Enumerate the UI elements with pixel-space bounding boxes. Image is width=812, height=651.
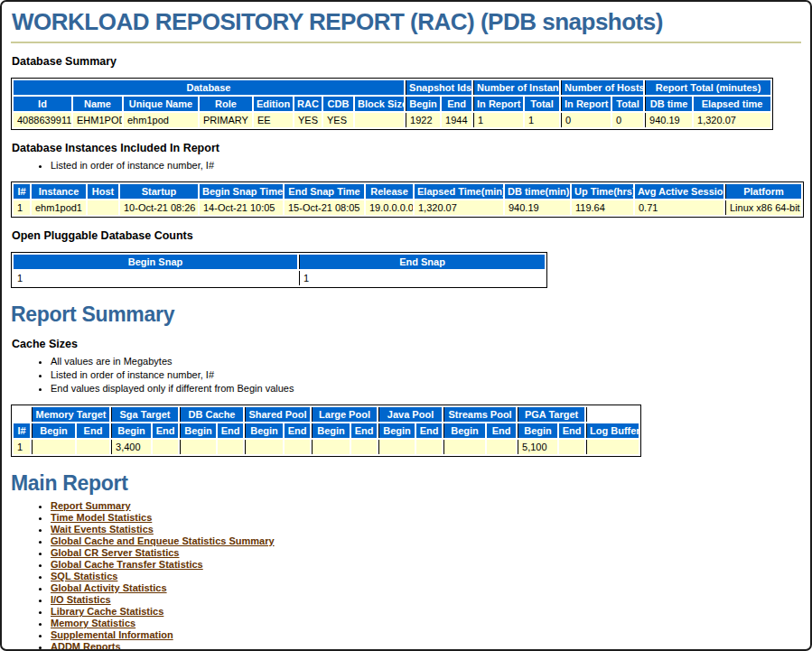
table-cell: [559, 440, 584, 454]
column-header: End: [487, 423, 516, 438]
table-cell: 5,100: [518, 440, 557, 454]
list-item: Global CR Server Statistics: [51, 547, 801, 559]
link-memory-statistics[interactable]: Memory Statistics: [51, 618, 135, 628]
column-header: Release: [366, 184, 413, 199]
link-report-summary[interactable]: Report Summary: [51, 500, 131, 511]
column-header: I#: [14, 184, 30, 199]
column-header-row: Id Name Unique Name Role Edition RAC CDB…: [14, 97, 770, 111]
table-cell: [487, 440, 516, 454]
table-cell: [218, 440, 243, 454]
column-header: Elapsed time: [694, 97, 770, 111]
table-cell: EHM1POD: [73, 113, 122, 127]
heading-pluggable-counts: Open Pluggable Database Counts: [12, 229, 801, 242]
column-header: Host: [88, 184, 118, 199]
table-cell: 0: [561, 113, 611, 127]
link-sql-statistics[interactable]: SQL Statistics: [51, 571, 117, 581]
table-cell: [312, 440, 350, 454]
column-header: End: [77, 423, 109, 438]
group-header-row: Memory Target Sga Target DB Cache Shared…: [14, 407, 639, 422]
column-header: Begin: [312, 423, 350, 438]
notes-list: Listed in order of instance number, I#: [51, 160, 801, 172]
table-row: 1 ehm1pod1 10-Oct-21 08:26 14-Oct-21 10:…: [14, 200, 801, 215]
column-header: Begin: [518, 423, 557, 438]
table-cell: [378, 440, 415, 454]
table-cell: 1: [14, 271, 297, 285]
group-header: Java Pool: [378, 407, 442, 422]
group-header: DB Cache: [180, 407, 243, 422]
link-global-cr-server-statistics[interactable]: Global CR Server Statistics: [51, 547, 179, 558]
group-header-row: Database Snapshot Ids Number of Instance…: [14, 80, 770, 95]
table-cell: 1922: [406, 113, 440, 127]
table-cell: 10-Oct-21 08:26: [120, 200, 198, 215]
link-time-model-statistics[interactable]: Time Model Statistics: [51, 512, 152, 523]
table-cell: [77, 440, 109, 454]
column-header: End: [153, 423, 178, 438]
table-row: 1 3,400 5,100: [14, 440, 639, 454]
group-header: Large Pool: [312, 407, 377, 422]
column-header: Platform: [725, 184, 801, 199]
list-item: Supplemental Information: [51, 629, 801, 641]
column-header: Edition: [254, 97, 293, 111]
link-global-cache-enqueue-summary[interactable]: Global Cache and Enqueue Statistics Summ…: [51, 535, 275, 546]
group-header: Shared Pool: [245, 407, 310, 422]
table-cell: [351, 440, 377, 454]
list-item: Memory Statistics: [51, 618, 801, 629]
link-supplemental-information[interactable]: Supplemental Information: [51, 629, 173, 640]
column-header-row: I# Begin End Begin End Begin End Begin E…: [14, 423, 639, 438]
column-header: Total: [525, 97, 559, 111]
page-title: WORKLOAD REPOSITORY REPORT (RAC) (PDB sn…: [11, 6, 801, 43]
heading-database-instances: Database Instances Included In Report: [12, 142, 801, 154]
table-cell: [180, 440, 216, 454]
list-item: Global Cache Transfer Statistics: [51, 559, 801, 571]
cache-sizes-table: Memory Target Sga Target DB Cache Shared…: [11, 405, 641, 457]
group-header: Number of Hosts: [561, 80, 643, 95]
table-cell: ehm1pod1: [32, 200, 86, 215]
table-cell: 1: [473, 113, 523, 127]
column-header: End: [559, 423, 584, 438]
report-page: WORKLOAD REPOSITORY REPORT (RAC) (PDB sn…: [0, 0, 812, 651]
link-addm-reports[interactable]: ADDM Reports: [51, 641, 121, 651]
link-library-cache-statistics[interactable]: Library Cache Statistics: [51, 606, 163, 617]
table-cell: YES: [323, 113, 353, 127]
column-header: End: [442, 97, 471, 111]
table-cell: 1: [14, 440, 30, 454]
table-cell: [355, 113, 404, 127]
table-cell: PRIMARY: [200, 113, 252, 127]
table-cell: 19.0.0.0.0: [366, 200, 413, 215]
column-header: End: [416, 423, 442, 438]
database-summary-table: Database Snapshot Ids Number of Instance…: [11, 78, 773, 130]
link-global-activity-statistics[interactable]: Global Activity Statistics: [51, 582, 167, 593]
table-cell: ehm1pod: [124, 113, 198, 127]
table-cell: 15-Oct-21 08:05: [285, 200, 364, 215]
table-cell: 4088639911: [14, 113, 71, 127]
table-cell: [153, 440, 178, 454]
column-header: Startup: [120, 184, 198, 199]
column-header: In Report: [473, 97, 523, 111]
column-header: Total: [612, 97, 643, 111]
list-item: Library Cache Statistics: [51, 606, 801, 618]
table-cell: 1,320.07: [415, 200, 503, 215]
link-global-cache-transfer-statistics[interactable]: Global Cache Transfer Statistics: [51, 559, 203, 570]
table-cell: 1944: [442, 113, 471, 127]
link-io-statistics[interactable]: I/O Statistics: [51, 594, 111, 605]
table-cell: [443, 440, 485, 454]
table-cell: 3,400: [111, 440, 151, 454]
column-header-row: I# Instance Host Startup Begin Snap Time…: [14, 184, 801, 199]
corner-spacer: [586, 407, 639, 422]
column-header: End: [218, 423, 243, 438]
list-item: Wait Events Statistics: [51, 524, 801, 535]
column-header: In Report: [561, 97, 611, 111]
table-cell: 1: [299, 271, 545, 285]
table-cell: 940.19: [505, 200, 570, 215]
group-header: PGA Target: [518, 407, 584, 422]
note-item: Listed in order of instance number, I#: [51, 369, 801, 381]
table-cell: 0.71: [635, 200, 723, 215]
main-report-links: Report Summary Time Model Statistics Wai…: [51, 500, 801, 651]
corner-spacer: [14, 407, 30, 422]
column-header: Id: [14, 97, 71, 111]
column-header: Name: [73, 97, 122, 111]
table-cell: 1: [525, 113, 559, 127]
column-header: Begin Snap: [14, 255, 297, 269]
link-wait-events-statistics[interactable]: Wait Events Statistics: [51, 524, 154, 535]
group-header: Number of Instances: [473, 80, 559, 95]
